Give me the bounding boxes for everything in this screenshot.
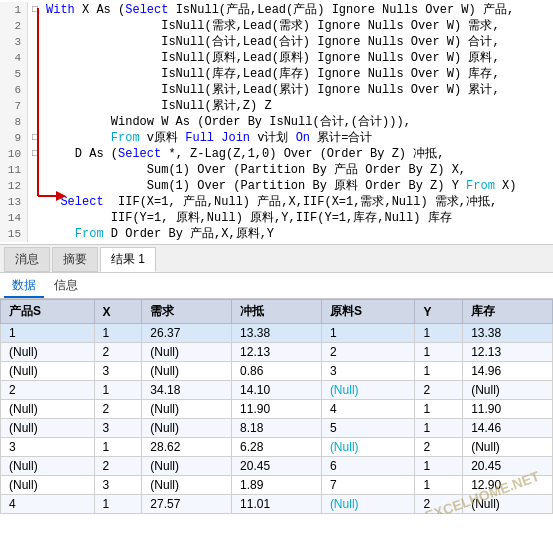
table-cell: 14.46 — [463, 419, 553, 438]
line-num-10: 10 — [0, 146, 28, 162]
table-cell: (Null) — [463, 495, 553, 514]
table-cell: (Null) — [1, 400, 95, 419]
table-cell: 1 — [94, 438, 142, 457]
table-cell: 1 — [415, 457, 463, 476]
line-num-9: 9 — [0, 130, 28, 146]
table-cell: 2 — [321, 343, 415, 362]
table-row: 1126.3713.381113.38 — [1, 324, 553, 343]
table-cell: 20.45 — [232, 457, 322, 476]
table-cell: 6.28 — [232, 438, 322, 457]
table-row: 3128.626.28(Null)2(Null) — [1, 438, 553, 457]
code-line-8: 8 Window W As (Order By IsNull(合计,(合计)))… — [0, 114, 553, 130]
code-line-14: 14 IIF(Y=1, 原料,Null) 原料,Y,IIF(Y=1,库存,Nul… — [0, 210, 553, 226]
table-cell: (Null) — [142, 457, 232, 476]
line-content-4: IsNull(原料,Lead(原料) Ignore Nulls Over W) … — [42, 50, 553, 66]
table-cell: 27.57 — [142, 495, 232, 514]
tab-messages[interactable]: 消息 — [4, 247, 50, 272]
line-num-1: 1 — [0, 2, 28, 18]
table-row: (Null)2(Null)20.456120.45 — [1, 457, 553, 476]
col-header-material: 原料S — [321, 300, 415, 324]
line-content-10: D As (Select *, Z-Lag(Z,1,0) Over (Order… — [42, 146, 553, 162]
line-num-3: 3 — [0, 34, 28, 50]
table-row: (Null)3(Null)0.863114.96 — [1, 362, 553, 381]
table-header-row: 产品S X 需求 冲抵 原料S Y 库存 — [1, 300, 553, 324]
table-cell: 20.45 — [463, 457, 553, 476]
code-line-5: 5 IsNull(库存,Lead(库存) Ignore Nulls Over W… — [0, 66, 553, 82]
line-num-15: 15 — [0, 226, 28, 242]
code-line-13: 13 Select IIF(X=1, 产品,Null) 产品,X,IIF(X=1… — [0, 194, 553, 210]
line-num-14: 14 — [0, 210, 28, 226]
table-cell: (Null) — [1, 362, 95, 381]
table-cell: 11.90 — [463, 400, 553, 419]
code-line-9: 9 □ From v原料 Full Join v计划 On 累计=合计 — [0, 130, 553, 146]
table-cell: 0.86 — [232, 362, 322, 381]
table-cell: (Null) — [321, 438, 415, 457]
data-tab-data[interactable]: 数据 — [4, 275, 44, 298]
table-row: 2134.1814.10(Null)2(Null) — [1, 381, 553, 400]
table-cell: (Null) — [142, 400, 232, 419]
code-line-6: 6 IsNull(累计,Lead(累计) Ignore Nulls Over W… — [0, 82, 553, 98]
line-num-12: 12 — [0, 178, 28, 194]
table-cell: 2 — [94, 400, 142, 419]
table-cell: (Null) — [1, 419, 95, 438]
line-num-8: 8 — [0, 114, 28, 130]
col-header-demand: 需求 — [142, 300, 232, 324]
table-cell: 3 — [94, 419, 142, 438]
data-tab-info[interactable]: 信息 — [46, 275, 86, 298]
line-num-13: 13 — [0, 194, 28, 210]
line-content-11: Sum(1) Over (Partition By 产品 Order By Z)… — [42, 162, 553, 178]
results-table: 产品S X 需求 冲抵 原料S Y 库存 1126.3713.381113.38… — [0, 299, 553, 514]
line-num-5: 5 — [0, 66, 28, 82]
table-cell: 28.62 — [142, 438, 232, 457]
code-editor: 1 □ With X As (Select IsNull(产品,Lead(产品)… — [0, 0, 553, 245]
line-content-3: IsNull(合计,Lead(合计) Ignore Nulls Over W) … — [42, 34, 553, 50]
table-cell: 13.38 — [232, 324, 322, 343]
line-content-14: IIF(Y=1, 原料,Null) 原料,Y,IIF(Y=1,库存,Null) … — [42, 210, 553, 226]
table-cell: (Null) — [321, 495, 415, 514]
tab-summary[interactable]: 摘要 — [52, 247, 98, 272]
table-cell: 1 — [94, 324, 142, 343]
code-line-7: 7 IsNull(累计,Z) Z — [0, 98, 553, 114]
line-num-4: 4 — [0, 50, 28, 66]
line-num-11: 11 — [0, 162, 28, 178]
table-cell: (Null) — [321, 381, 415, 400]
table-cell: (Null) — [1, 476, 95, 495]
table-cell: (Null) — [142, 343, 232, 362]
line-expand-10[interactable]: □ — [28, 146, 42, 162]
code-line-12: 12 Sum(1) Over (Partition By 原料 Order By… — [0, 178, 553, 194]
table-cell: (Null) — [463, 381, 553, 400]
table-cell: (Null) — [1, 343, 95, 362]
table-cell: 3 — [1, 438, 95, 457]
table-cell: 4 — [321, 400, 415, 419]
table-cell: 1 — [415, 362, 463, 381]
table-cell: 7 — [321, 476, 415, 495]
table-cell: 12.90 — [463, 476, 553, 495]
code-line-3: 3 IsNull(合计,Lead(合计) Ignore Nulls Over W… — [0, 34, 553, 50]
code-line-1: 1 □ With X As (Select IsNull(产品,Lead(产品)… — [0, 2, 553, 18]
table-row: 4127.5711.01(Null)2(Null) — [1, 495, 553, 514]
col-header-y: Y — [415, 300, 463, 324]
table-cell: 1 — [415, 419, 463, 438]
table-cell: 2 — [94, 457, 142, 476]
table-cell: 34.18 — [142, 381, 232, 400]
line-expand-1[interactable]: □ — [28, 2, 42, 18]
table-cell: 12.13 — [463, 343, 553, 362]
data-tabs-bar: 数据 信息 — [0, 273, 553, 299]
col-header-offset: 冲抵 — [232, 300, 322, 324]
table-cell: 1 — [94, 495, 142, 514]
table-cell: 2 — [1, 381, 95, 400]
table-cell: 1 — [415, 324, 463, 343]
line-content-1: With X As (Select IsNull(产品,Lead(产品) Ign… — [42, 2, 553, 18]
table-cell: 2 — [415, 381, 463, 400]
table-cell: 4 — [1, 495, 95, 514]
results-table-container[interactable]: 产品S X 需求 冲抵 原料S Y 库存 1126.3713.381113.38… — [0, 299, 553, 514]
tab-results[interactable]: 结果 1 — [100, 247, 156, 272]
line-content-15: From D Order By 产品,X,原料,Y — [42, 226, 553, 242]
line-num-2: 2 — [0, 18, 28, 34]
tabs-bar: 消息 摘要 结果 1 — [0, 245, 553, 273]
table-cell: 14.96 — [463, 362, 553, 381]
table-cell: 1 — [94, 381, 142, 400]
table-row: (Null)2(Null)12.132112.13 — [1, 343, 553, 362]
line-expand-9[interactable]: □ — [28, 130, 42, 146]
table-cell: 11.90 — [232, 400, 322, 419]
